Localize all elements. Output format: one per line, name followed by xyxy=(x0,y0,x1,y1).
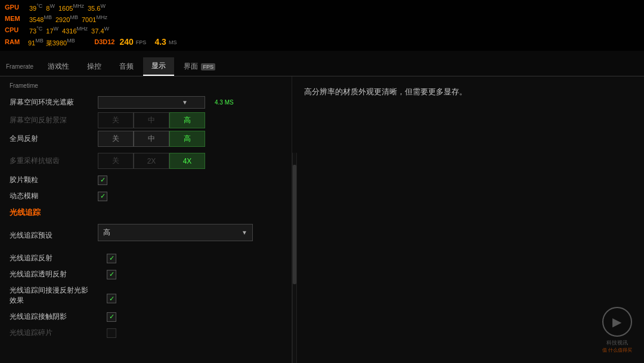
rt-contact-checkbox[interactable] xyxy=(107,312,116,322)
hud-mem-mhz: 7001MHz xyxy=(82,14,107,24)
film-grain-checkbox[interactable] xyxy=(98,176,107,185)
watermark-icon: ▶ xyxy=(602,307,632,337)
screen-space-label: 屏幕空间反射景深 xyxy=(10,115,93,125)
setting-description: 高分辨率的材质外观更清晰，但需要更多显存。 xyxy=(304,86,632,99)
motion-blur-row: 动态模糊 xyxy=(10,191,282,201)
settings-panel: Frametime 屏幕空间环境光遮蔽 ▼ 4.3 MS 屏幕空间反射景深 关 … xyxy=(0,76,292,363)
watermark: ▶ 科技视讯 值 什么值得买 xyxy=(602,307,632,353)
rt-transparent-label: 光线追踪透明反射 xyxy=(10,269,102,279)
ray-tracing-preset-row: 光线追踪预设 高 ▼ xyxy=(10,224,282,247)
hud-cpu-power: 17W xyxy=(46,25,58,36)
hud-gpu-power1: 8W xyxy=(46,2,55,13)
rt-reflection-checkbox[interactable] xyxy=(107,254,116,263)
rt-transparent-row: 光线追踪透明反射 xyxy=(10,269,282,279)
rt-reflection-label: 光线追踪反射 xyxy=(10,253,102,263)
hud-cpu-power2: 37.4W xyxy=(91,25,109,36)
hud-gpu-label: GPU xyxy=(5,3,26,12)
hud-ram-val1: 91MB xyxy=(28,37,44,48)
motion-blur-checkbox[interactable] xyxy=(98,192,107,201)
msaa-4x-btn[interactable]: 4X xyxy=(169,153,205,169)
rt-diffuse-row: 光线追踪间接漫反射光影效果 xyxy=(10,285,282,306)
watermark-label: 科技视讯 xyxy=(606,339,628,347)
global-reflection-row: 全局反射 关 中 高 xyxy=(10,131,282,147)
hud-cpu-label: CPU xyxy=(5,26,26,35)
motion-blur-label: 动态模糊 xyxy=(10,191,93,201)
msaa-btn-group: 关 2X 4X xyxy=(98,153,205,169)
screen-space-btn-group: 关 中 高 xyxy=(98,112,205,128)
global-off-btn[interactable]: 关 xyxy=(98,131,134,147)
rt-debris-row: 光线追踪碎片 xyxy=(10,328,282,338)
tab-display[interactable]: 显示 xyxy=(143,57,174,76)
hud-gpu-mhz: 1605MHz xyxy=(58,2,84,13)
tab-gameplay[interactable]: 游戏性 xyxy=(39,58,78,75)
tab-interface[interactable]: 界面 FPS xyxy=(175,58,224,75)
hud-ram-label: RAM xyxy=(5,38,26,47)
rt-reflection-row: 光线追踪反射 xyxy=(10,253,282,263)
rt-transparent-checkbox[interactable] xyxy=(107,270,116,279)
msaa-row: 多重采样抗锯齿 关 2X 4X xyxy=(10,153,282,169)
rt-contact-label: 光线追踪接触阴影 xyxy=(10,312,102,322)
global-reflection-btn-group: 关 中 高 xyxy=(98,131,205,147)
global-mid-btn[interactable]: 中 xyxy=(134,131,169,147)
tab-controls[interactable]: 操控 xyxy=(79,58,110,75)
framerate-label: Framerate xyxy=(6,63,33,70)
watermark-sublabel: 值 什么值得买 xyxy=(602,347,632,353)
global-reflection-label: 全局反射 xyxy=(10,134,93,144)
screen-space-off[interactable]: 关 xyxy=(98,112,134,128)
hud-mem-label: MEM xyxy=(5,14,26,23)
hud-cpu-temp: 73°C xyxy=(29,25,42,36)
screen-space-high[interactable]: 高 xyxy=(169,112,205,128)
hud-fps-value: 240 xyxy=(119,36,133,48)
hud-bar: GPU 39°C 8W 1605MHz 35.6W MEM 3548MB 292… xyxy=(0,0,644,51)
hud-row-mem: MEM 3548MB 2920MB 7001MHz xyxy=(5,14,639,24)
hud-mem-val1: 3548MB xyxy=(29,14,52,24)
fps-badge: FPS xyxy=(201,63,215,70)
msaa-off-btn[interactable]: 关 xyxy=(98,153,134,169)
description-panel: 高分辨率的材质外观更清晰，但需要更多显存。 xyxy=(292,76,644,363)
ambient-occlusion-dropdown[interactable]: ▼ xyxy=(98,96,205,109)
ray-tracing-section: 光线追踪 xyxy=(10,207,282,218)
ambient-occlusion-label: 屏幕空间环境光遮蔽 xyxy=(10,97,93,107)
ambient-ms-value: 4.3 MS xyxy=(215,99,234,106)
preset-chevron-icon: ▼ xyxy=(237,229,247,236)
rt-contact-row: 光线追踪接触阴影 xyxy=(10,312,282,322)
main-content: Frametime 屏幕空间环境光遮蔽 ▼ 4.3 MS 屏幕空间反射景深 关 … xyxy=(0,76,644,363)
hud-row-cpu: CPU 73°C 17W 4316MHz 37.4W xyxy=(5,25,639,36)
hud-d3d12-label: D3D12 xyxy=(94,38,114,47)
screen-space-reflection-row: 屏幕空间反射景深 关 中 高 xyxy=(10,112,282,128)
chevron-down-icon: ▼ xyxy=(177,99,188,106)
film-grain-row: 胶片颗粒 xyxy=(10,175,282,185)
msaa-label: 多重采样抗锯齿 xyxy=(10,156,93,166)
film-grain-label: 胶片颗粒 xyxy=(10,175,93,185)
ray-tracing-heading: 光线追踪 xyxy=(10,208,41,217)
ray-tracing-preset-label: 光线追踪预设 xyxy=(10,230,93,241)
hud-gpu-temp: 39°C xyxy=(29,2,42,13)
rt-diffuse-checkbox[interactable] xyxy=(107,294,116,303)
hud-ram-val2: 菜3980MB xyxy=(46,37,75,48)
rt-diffuse-label: 光线追踪间接漫反射光影效果 xyxy=(10,285,102,306)
hud-gpu-power2: 35.6W xyxy=(88,2,106,13)
ray-tracing-preset-value: 高 xyxy=(103,227,237,238)
hud-ms-value: 4.3 xyxy=(154,36,166,48)
scroll-thumb[interactable] xyxy=(293,165,296,284)
hud-cpu-mhz: 4316MHz xyxy=(62,25,88,36)
hud-row-ram: RAM 91MB 菜3980MB D3D12 240FPS 4.3MS xyxy=(5,36,639,48)
tab-bar: Framerate 游戏性 操控 音频 显示 界面 FPS xyxy=(0,57,644,76)
ambient-occlusion-row: 屏幕空间环境光遮蔽 ▼ 4.3 MS xyxy=(10,96,282,109)
msaa-2x-btn[interactable]: 2X xyxy=(134,153,169,169)
rt-debris-checkbox[interactable] xyxy=(107,328,116,338)
global-high-btn[interactable]: 高 xyxy=(169,131,205,147)
ray-tracing-preset-dropdown[interactable]: 高 ▼ xyxy=(98,224,253,241)
scrollbar[interactable] xyxy=(292,153,297,363)
rt-debris-label: 光线追踪碎片 xyxy=(10,328,102,338)
frametime-label: Frametime xyxy=(10,82,38,89)
hud-row-gpu: GPU 39°C 8W 1605MHz 35.6W xyxy=(5,2,639,13)
hud-mem-val2: 2920MB xyxy=(55,14,78,24)
tab-audio[interactable]: 音频 xyxy=(111,58,142,75)
screen-space-mid[interactable]: 中 xyxy=(134,112,169,128)
